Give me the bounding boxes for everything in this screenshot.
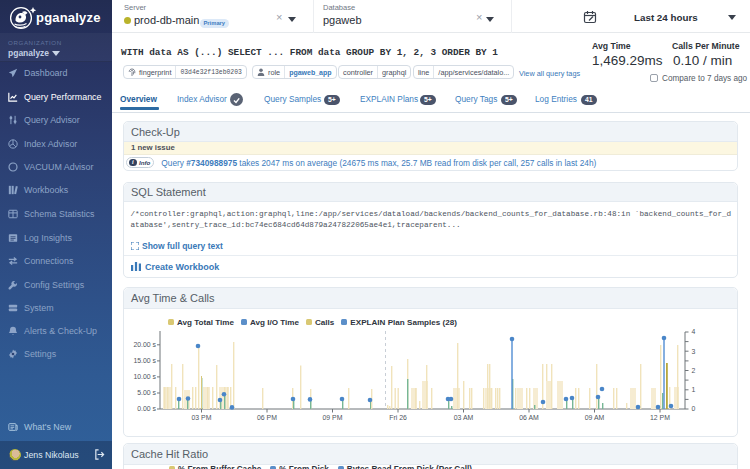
svg-text:3: 3 bbox=[692, 348, 696, 355]
svg-text:09 AM: 09 AM bbox=[585, 414, 605, 421]
svg-text:03 AM: 03 AM bbox=[454, 414, 474, 421]
svg-text:5.00 s: 5.00 s bbox=[137, 389, 156, 396]
svg-text:Fri 26: Fri 26 bbox=[389, 414, 407, 421]
svg-text:2: 2 bbox=[692, 367, 696, 374]
svg-text:06 PM: 06 PM bbox=[257, 414, 277, 421]
svg-text:0: 0 bbox=[692, 405, 696, 412]
svg-text:4: 4 bbox=[692, 328, 696, 335]
svg-text:15.00 s: 15.00 s bbox=[133, 357, 156, 364]
svg-text:20.00 s: 20.00 s bbox=[133, 341, 156, 348]
svg-text:12 PM: 12 PM bbox=[650, 414, 670, 421]
svg-text:0.00 s: 0.00 s bbox=[137, 405, 156, 412]
svg-text:03 PM: 03 PM bbox=[192, 414, 212, 421]
svg-text:06 AM: 06 AM bbox=[519, 414, 539, 421]
svg-text:1: 1 bbox=[692, 386, 696, 393]
svg-text:09 PM: 09 PM bbox=[323, 414, 343, 421]
svg-text:10.00 s: 10.00 s bbox=[133, 373, 156, 380]
